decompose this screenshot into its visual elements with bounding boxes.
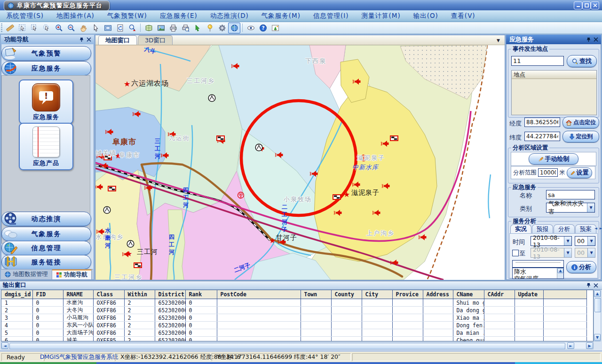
pin-icon[interactable] [78,36,85,43]
menu-item[interactable]: 测量计算(M) [362,12,401,20]
column-header[interactable]: Update [515,290,543,299]
weather-element-listbox[interactable]: 降水空气温度 ▲ [512,268,564,279]
column-header[interactable]: Provice [392,290,423,299]
location-search-input[interactable] [511,56,564,66]
hour-dropdown[interactable]: 00▼ [575,236,595,246]
tab-function-navigation[interactable]: 功能导航 [52,269,92,279]
identify-icon[interactable] [126,23,138,33]
pointer-icon[interactable] [89,23,102,33]
full-extent-icon[interactable] [102,23,114,33]
emergency-product-shortcut[interactable]: 应急产品 [19,123,73,170]
column-header[interactable]: District [155,290,185,299]
list-item[interactable]: 降水 [513,268,556,275]
column-header[interactable]: Address [423,290,453,299]
scrollbar-thumb[interactable] [9,343,565,349]
scroll-down-icon[interactable]: ▼ [594,334,601,341]
select-partial-icon[interactable] [28,23,40,33]
column-header[interactable]: Class [93,290,124,299]
column-header[interactable]: dmgis_id [1,290,32,299]
tab-map-data-management[interactable]: 地图数据管理 [1,269,52,279]
list-item[interactable]: 空气温度 [513,275,556,279]
date-dropdown[interactable]: 2010-08-13▼ [531,236,572,246]
scroll-right-icon[interactable]: ► [567,342,574,349]
analysis-tab-4[interactable]: 预案 [575,224,596,234]
to-date-checkbox[interactable] [512,250,519,256]
eye-visibility-icon[interactable] [245,23,257,33]
menu-item[interactable]: 地图操作(A) [56,12,95,20]
menu-item[interactable]: 气象预警(W) [107,12,147,20]
end-date-dropdown[interactable]: 2010-08-13▼ [531,248,572,258]
minimize-button[interactable] [574,1,582,9]
column-header[interactable]: CName [453,290,484,299]
close-button[interactable] [591,1,599,9]
select-feature-icon[interactable] [191,23,204,33]
tab-list-dropdown-icon[interactable]: ▼ [495,37,502,44]
toolbar-grip[interactable] [1,24,2,32]
help-icon[interactable]: ? [257,23,269,33]
set-range-button[interactable]: 设置 [567,167,592,178]
menu-item[interactable]: 气象服务(M) [261,12,301,20]
location-results-list[interactable]: 地点 [511,70,597,115]
vertical-scrollbar[interactable]: ▲ ▼ [594,290,601,341]
pin-icon[interactable] [585,282,592,289]
nav-emergency-service-button[interactable]: 应急服务 [1,61,91,76]
manual-draw-button[interactable]: 手动绘制 [529,153,578,165]
column-header[interactable]: Within [124,290,155,299]
image-view-icon[interactable] [155,23,167,33]
close-icon[interactable] [592,36,599,43]
locate-by-click-button[interactable]: 点击定位 [562,117,599,128]
scrollbar-thumb[interactable] [594,298,601,312]
pin-locate-icon[interactable] [204,23,216,33]
ruler-icon[interactable] [4,23,16,33]
close-icon[interactable] [85,36,92,43]
settings-gear-icon[interactable] [216,23,228,33]
print-preview-icon[interactable] [179,23,191,33]
scroll-left-icon[interactable]: ◄ [1,342,8,349]
pin-icon[interactable] [585,36,592,43]
menu-item[interactable]: 动态推演(D) [210,12,249,20]
menu-item[interactable]: 输出(O) [413,12,438,20]
table-row[interactable]: 30小马厩沟OXFF8626523020000Xiao ma ... [1,314,586,322]
nav-service-link-button[interactable]: 服务链接 [1,255,91,269]
zoom-in-icon[interactable] [53,23,65,33]
scroll-up-icon[interactable]: ▲ [594,290,601,297]
nav-info-management-button[interactable]: 信息管理 [1,241,91,255]
longitude-input[interactable] [524,118,560,127]
analyze-button[interactable]: i 分析 [566,261,596,273]
print-icon[interactable] [167,23,179,33]
zoom-out-icon[interactable] [65,23,77,33]
table-row[interactable]: 60城关OXFF8526523020000Cheng guan [1,337,586,342]
table-row[interactable]: 10水磨沟OXFF8626523020000Shui mo gou [1,299,586,307]
column-header[interactable]: Rank [185,290,217,299]
table-row[interactable]: 50大面场子沟OXFF8626523020000Da mian ... [1,329,586,337]
menu-item[interactable]: 查看(V) [451,12,475,20]
map-canvas[interactable]: ★★★★★ 八斗六运湖农场三工河乡下西泉九运街阜康市城关镇阜康市滋泥泉子中新水库… [95,45,505,280]
refresh-icon[interactable] [114,23,126,33]
column-header[interactable]: PostCode [217,290,301,299]
scene-export-icon[interactable] [269,23,281,33]
menu-item[interactable]: 系统管理(S) [6,12,44,20]
select-point-icon[interactable] [40,23,53,33]
menu-item[interactable]: 信息管理(I) [313,12,349,20]
tab-scroll-left-icon[interactable]: ◄ [594,226,597,230]
service-type-dropdown[interactable]: 气象和洪水灾害▼ [546,203,595,213]
analysis-tab-3[interactable]: 分析 [554,224,575,234]
emergency-service-shortcut[interactable]: ! 应急服务 [19,79,73,124]
column-header[interactable]: CAddr [484,290,515,299]
column-header[interactable]: Town [301,290,331,299]
scroll-up-icon[interactable]: ▲ [557,268,563,273]
map-export-icon[interactable] [143,23,155,33]
select-icon[interactable] [16,23,28,33]
table-row[interactable]: 40东风一小队OXFF8626523020000Dong fen... [1,322,586,329]
close-icon[interactable] [592,282,599,289]
nav-dynamic-deduction-button[interactable]: 动态推演 [1,212,91,226]
scroll-jump-icon[interactable]: ▶ [586,342,593,349]
latitude-input[interactable] [524,132,560,141]
menu-item[interactable]: 应急服务(E) [160,12,198,20]
locate-to-button[interactable]: 定位到 [562,131,599,142]
service-name-input[interactable] [546,190,595,199]
analysis-range-input[interactable] [538,168,558,177]
nav-weather-warning-button[interactable]: 气象预警 [1,46,91,61]
pan-icon[interactable] [77,23,89,33]
analysis-tab-2[interactable]: 预报 [532,224,553,234]
